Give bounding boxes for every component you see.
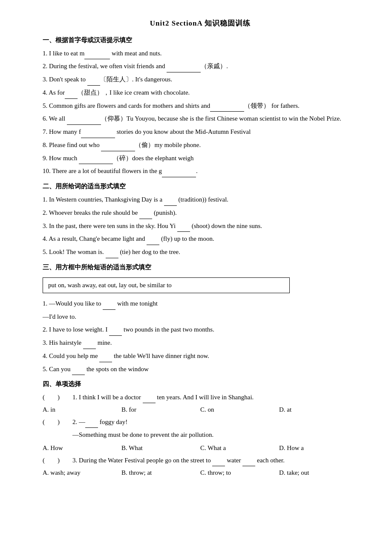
blank-1-10: [162, 171, 196, 177]
blank-1-7: [81, 132, 115, 138]
mc-q2-options: A. How B. What C. What a D. How a: [43, 442, 358, 454]
option-1d: D. at: [279, 404, 358, 416]
blank-3-2: [109, 329, 122, 336]
mc-q3-options: A. wash; away B. throw; at C. throw; to …: [43, 467, 358, 479]
blank-1-9: [79, 158, 113, 164]
q1-5: 5. Common gifts are flowers and cards fo…: [43, 100, 358, 112]
section3-heading: 三、用方框中所给短语的适当形式填空: [43, 262, 358, 273]
mc-q2-paren: ( ): [43, 416, 72, 428]
blank-3-3: [83, 343, 96, 349]
option-3d: D. take; out: [279, 467, 358, 479]
blank-2-1: [164, 199, 177, 206]
blank-2-3: [177, 225, 190, 232]
option-1a: A. in: [43, 404, 121, 416]
blank-1-1: [84, 53, 110, 59]
blank-2-2: [139, 213, 152, 219]
q2-4: 4. As a result, Chang'e became light and…: [43, 233, 358, 245]
mc-q1-paren: ( ): [43, 392, 72, 403]
q1-10: 10. There are a lot of beautiful flowers…: [43, 165, 358, 177]
option-2c: C. What a: [200, 442, 279, 454]
option-3a: A. wash; away: [43, 467, 121, 479]
section2-heading: 二、用所给词的适当形式填空: [43, 181, 358, 192]
q1-3: 3. Don't speak to 〔陌生人〕. It's dangerous.: [43, 74, 358, 86]
q3-1a: 1. —Would you like to with me tonight: [43, 298, 358, 310]
q1-6: 6. We all （仰慕）Tu Youyou, because she is …: [43, 113, 358, 125]
blank-2-5: [106, 252, 118, 258]
q2-5: 5. Look! The woman is. (tie) her dog to …: [43, 246, 358, 258]
option-2a: A. How: [43, 442, 121, 454]
mc-q1-row: ( ) 1. I think I will be a doctor ten ye…: [43, 392, 358, 403]
q2-1: 1. In Western countries, Thanksgiving Da…: [43, 194, 358, 206]
q1-7: 7. How many f stories do you know about …: [43, 126, 358, 138]
option-2b: B. What: [121, 442, 200, 454]
q1-9: 9. How much （碎）does the elephant weigh: [43, 153, 358, 164]
blank-4-1: [143, 397, 156, 403]
blank-4-3a: [212, 460, 225, 466]
blank-3-5: [72, 369, 85, 375]
q1-4: 4. As for（甜点），I like ice cream with choc…: [43, 87, 358, 99]
q3-4: 4. Could you help me the table We'll hav…: [43, 350, 358, 362]
section1-heading: 一、根据首字母或汉语提示填空: [43, 35, 358, 46]
phrase-box: put on, wash away, eat out, lay out, be …: [43, 275, 358, 297]
option-2d: D. How a: [279, 442, 358, 454]
blank-4-2: [85, 421, 98, 428]
blank-3-1: [103, 303, 115, 310]
blank-3-4: [99, 356, 112, 362]
mc-q2-sub: —Something must be done to prevent the a…: [43, 429, 358, 441]
blank-4-3b: [242, 460, 255, 466]
q3-3: 3. His hairstyle mine.: [43, 337, 358, 349]
mc-q2-text: 2. — foggy day!: [72, 416, 358, 428]
mc-q1-options: A. in B. for C. on D. at: [43, 404, 358, 416]
q1-2: 2. During the festival, we often visit f…: [43, 61, 358, 72]
mc-q3-text: 3. During the Water Festival people go o…: [72, 455, 358, 466]
mc-q3-paren: ( ): [43, 455, 72, 466]
option-3b: B. throw; at: [121, 467, 200, 479]
blank-2-4: [147, 239, 159, 245]
option-1b: B. for: [121, 404, 200, 416]
q3-2: 2. I have to lose weight. I two pounds i…: [43, 324, 358, 336]
blank-1-3: [87, 79, 100, 86]
q3-1b: —I'd love to.: [43, 311, 358, 323]
section4-heading: 四、单项选择: [43, 378, 358, 390]
q3-5: 5. Can you the spots on the window: [43, 364, 358, 375]
option-1c: C. on: [200, 404, 279, 416]
mc-q2-row: ( ) 2. — foggy day!: [43, 416, 358, 428]
blank-1-5: [210, 105, 244, 112]
option-3c: C. throw; to: [200, 467, 279, 479]
blank-1-8: [101, 145, 135, 151]
q2-3: 3. In the past, there were ten suns in t…: [43, 220, 358, 232]
q2-2: 2. Whoever breaks the rule should be (pu…: [43, 207, 358, 219]
blank-1-4: [65, 92, 78, 99]
mc-q3-row: ( ) 3. During the Water Festival people …: [43, 455, 358, 466]
blank-1-6: [67, 118, 101, 125]
page-title: Unit2 SectionA 知识稳固训练: [43, 17, 358, 30]
q1-8: 8. Please find out who （偷）my mobile phon…: [43, 139, 358, 151]
blank-1-2: [167, 66, 201, 72]
q1-1: 1. I like to eat m with meat and nuts.: [43, 48, 358, 60]
mc-q1-text: 1. I think I will be a doctor ten years.…: [72, 392, 358, 403]
